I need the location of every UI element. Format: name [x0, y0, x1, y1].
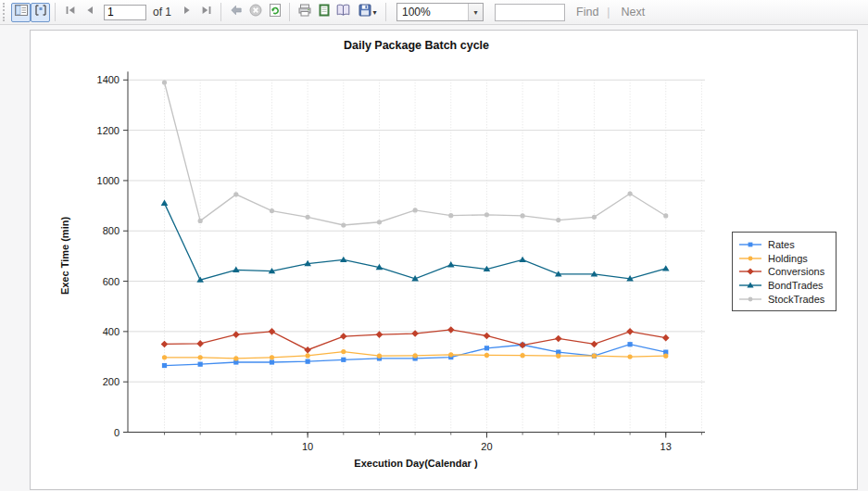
- legend-label: BondTrades: [768, 280, 824, 291]
- report-viewer-window: { "toolbar": { "page_number": "1", "of_l…: [0, 0, 868, 491]
- print-layout-icon: [317, 3, 332, 21]
- cancel-icon: [248, 3, 263, 21]
- last-page-button[interactable]: [196, 3, 216, 22]
- svg-text:20: 20: [481, 441, 492, 452]
- report-toolbar: of 1: [0, 0, 868, 25]
- back-button[interactable]: [226, 3, 245, 22]
- print-button[interactable]: [295, 3, 314, 22]
- zoom-dropdown-arrow-icon[interactable]: ▾: [468, 4, 483, 20]
- toolbar-grip-handle[interactable]: [3, 3, 8, 21]
- legend-label: Rates: [768, 239, 795, 250]
- toolbar-separator: [289, 3, 290, 21]
- find-text-input[interactable]: [495, 4, 565, 21]
- back-arrow-icon: [229, 3, 244, 21]
- previous-page-icon: [82, 3, 97, 21]
- find-next-separator: |: [607, 6, 610, 19]
- export-save-button[interactable]: ▾: [353, 3, 381, 22]
- previous-page-button[interactable]: [80, 3, 99, 22]
- legend-item-StockTrades: StockTrades: [738, 292, 830, 306]
- refresh-icon: [268, 3, 283, 21]
- legend-marker-icon: [738, 281, 762, 290]
- page-count-label: of 1: [153, 6, 171, 19]
- toolbar-separator: [385, 3, 386, 21]
- parameters-panel-icon: [33, 3, 48, 21]
- legend-marker-icon: [738, 254, 762, 263]
- svg-text:400: 400: [103, 326, 120, 337]
- zoom-select[interactable]: 100% ▾: [396, 3, 484, 21]
- printer-icon: [297, 3, 312, 21]
- toolbar-separator: [55, 3, 56, 21]
- legend-label: Conversions: [768, 266, 824, 277]
- document-map-icon: [14, 3, 29, 21]
- series-Conversions: [161, 326, 670, 353]
- stop-rendering-button[interactable]: [245, 3, 265, 22]
- first-page-icon: [63, 3, 78, 21]
- svg-text:13: 13: [660, 441, 672, 452]
- report-page: Daily Package Batch cycle Exec Time (min…: [30, 30, 858, 490]
- legend-marker-icon: [738, 240, 762, 249]
- page-setup-book-icon: [335, 3, 351, 21]
- print-layout-button[interactable]: [314, 3, 333, 22]
- chart-axes: 0200400600800100012001400102013: [97, 71, 705, 451]
- svg-text:10: 10: [302, 441, 313, 452]
- svg-text:1200: 1200: [97, 125, 120, 136]
- last-page-icon: [199, 3, 214, 21]
- first-page-button[interactable]: [60, 3, 80, 22]
- legend-marker-icon: [738, 267, 762, 276]
- next-page-button[interactable]: [177, 3, 196, 22]
- svg-text:1000: 1000: [97, 175, 120, 186]
- svg-text:800: 800: [103, 225, 120, 236]
- legend-item-Rates: Rates: [738, 238, 830, 252]
- zoom-value-label: 100%: [397, 6, 468, 19]
- legend-item-Conversions: Conversions: [738, 265, 830, 279]
- legend-marker-icon: [738, 295, 762, 304]
- save-dropdown-caret-icon: ▾: [373, 8, 377, 17]
- legend-label: StockTrades: [768, 294, 824, 305]
- svg-text:1400: 1400: [97, 74, 120, 85]
- legend-item-Holdings: Holdings: [738, 252, 830, 266]
- chart-gridlines: [128, 80, 705, 432]
- refresh-button[interactable]: [265, 3, 284, 22]
- legend-label: Holdings: [768, 253, 808, 264]
- next-link[interactable]: Next: [621, 6, 645, 19]
- chart-legend: RatesHoldingsConversionsBondTradesStockT…: [732, 232, 837, 311]
- toolbar-separator: [220, 3, 221, 21]
- page-setup-button[interactable]: [333, 3, 353, 22]
- save-floppy-icon: [358, 3, 372, 21]
- svg-text:200: 200: [103, 376, 120, 387]
- svg-text:600: 600: [103, 276, 120, 287]
- find-link[interactable]: Find: [576, 6, 598, 19]
- parameters-toggle-button[interactable]: [31, 3, 50, 22]
- legend-item-BondTrades: BondTrades: [738, 279, 830, 293]
- page-number-input[interactable]: [104, 5, 146, 20]
- next-page-icon: [180, 3, 195, 21]
- document-map-toggle-button[interactable]: [11, 3, 31, 22]
- svg-text:0: 0: [114, 427, 120, 438]
